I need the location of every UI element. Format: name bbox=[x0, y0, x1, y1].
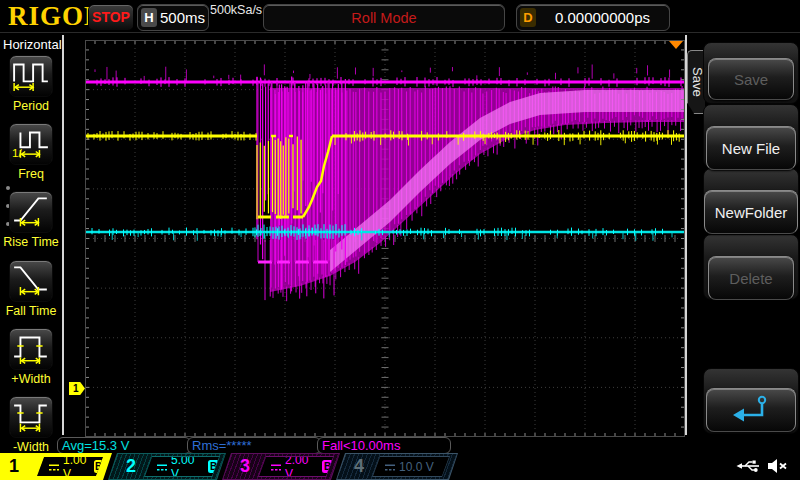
measurement-fall[interactable]: Fall<10.00ms bbox=[317, 437, 451, 454]
channel-scale: 5.00 V bbox=[171, 453, 205, 480]
run-state-badge: STOP bbox=[88, 4, 134, 31]
channel1-ground-marker[interactable]: 1 bbox=[69, 382, 85, 395]
channel-bar: 1 1.00 V B 2 bbox=[0, 453, 800, 480]
dc-coupling-icon bbox=[156, 458, 168, 476]
rise-time-icon bbox=[12, 192, 50, 232]
fall-time-icon bbox=[12, 261, 50, 301]
sidebar-item-freq[interactable]: 1/ Freq bbox=[0, 123, 62, 181]
sample-rate-label: 500kSa/s bbox=[210, 3, 262, 17]
trigger-position-marker bbox=[669, 41, 683, 49]
sidebar-item-pos-width[interactable]: +Width bbox=[0, 328, 62, 386]
channel-1-status[interactable]: 1 1.00 V B bbox=[0, 453, 112, 480]
channel-scale: 10.0 V bbox=[399, 460, 434, 474]
sidebar-item-label: Period bbox=[0, 99, 62, 113]
sidebar-item-rise-time[interactable]: Rise Time bbox=[0, 191, 62, 249]
page-indicator-dot bbox=[6, 186, 10, 190]
period-icon bbox=[12, 56, 50, 96]
sidebar-item-period[interactable]: Period bbox=[0, 55, 62, 113]
d-badge: D bbox=[520, 8, 536, 27]
channel-3-status[interactable]: 3 2.00 V B bbox=[222, 453, 340, 480]
sidebar-item-label: Rise Time bbox=[0, 235, 62, 249]
trigger-delay-box[interactable]: D 0.00000000ps bbox=[516, 4, 670, 31]
sidebar-divider bbox=[62, 35, 64, 435]
channel-scale: 2.00 V bbox=[285, 453, 319, 480]
channel-4-status[interactable]: 4 10.0 V bbox=[336, 453, 458, 480]
sidebar-item-label: Freq bbox=[0, 167, 62, 181]
channel-number: 3 bbox=[240, 453, 250, 480]
new-folder-button[interactable]: NewFolder bbox=[704, 190, 798, 234]
sidebar-item-label: -Width bbox=[0, 440, 62, 454]
channel-scale: 1.00 V bbox=[63, 453, 91, 480]
save-button[interactable]: Save bbox=[708, 58, 794, 100]
usb-icon bbox=[736, 458, 763, 478]
channel-number: 4 bbox=[354, 453, 364, 480]
measurement-rms[interactable]: Rms=***** bbox=[187, 437, 321, 454]
timebase-value: 500ms bbox=[157, 9, 208, 26]
speaker-muted-icon bbox=[766, 457, 788, 479]
new-file-button[interactable]: New File bbox=[706, 126, 796, 170]
measurement-avg[interactable]: Avg=15.3 V bbox=[57, 437, 191, 454]
neg-width-icon bbox=[12, 397, 50, 437]
h-badge: H bbox=[141, 8, 157, 27]
sidebar-item-neg-width[interactable]: -Width bbox=[0, 396, 62, 454]
panel-divider bbox=[685, 35, 687, 435]
dc-coupling-icon bbox=[48, 458, 60, 476]
sidebar-item-fall-time[interactable]: Fall Time bbox=[0, 260, 62, 318]
return-arrow-icon bbox=[729, 394, 773, 427]
delete-button[interactable]: Delete bbox=[708, 256, 794, 300]
dc-coupling-icon bbox=[270, 458, 282, 476]
channel-number: 2 bbox=[126, 453, 136, 480]
channel-number: 1 bbox=[9, 453, 19, 480]
sidebar-title: Horizontal bbox=[3, 37, 62, 52]
acquisition-mode-label: Roll Mode bbox=[264, 10, 504, 26]
horizontal-timebase-box[interactable]: H 500ms bbox=[137, 4, 209, 31]
sidebar-item-label: +Width bbox=[0, 372, 62, 386]
freq-icon: 1/ bbox=[12, 124, 50, 164]
channel-2-status[interactable]: 2 5.00 V B bbox=[108, 453, 226, 480]
dc-coupling-icon bbox=[384, 458, 396, 476]
topbar-divider bbox=[0, 32, 800, 33]
oscilloscope-screen: RIGOL STOP H 500ms 500kSa/s Roll Mode D … bbox=[0, 0, 800, 480]
waveform-display bbox=[85, 40, 685, 437]
sidebar-item-label: Fall Time bbox=[0, 304, 62, 318]
return-button[interactable] bbox=[706, 388, 796, 432]
pos-width-icon bbox=[12, 329, 50, 369]
delay-value: 0.00000000ps bbox=[536, 9, 669, 26]
acquisition-mode-box: Roll Mode bbox=[263, 4, 505, 31]
